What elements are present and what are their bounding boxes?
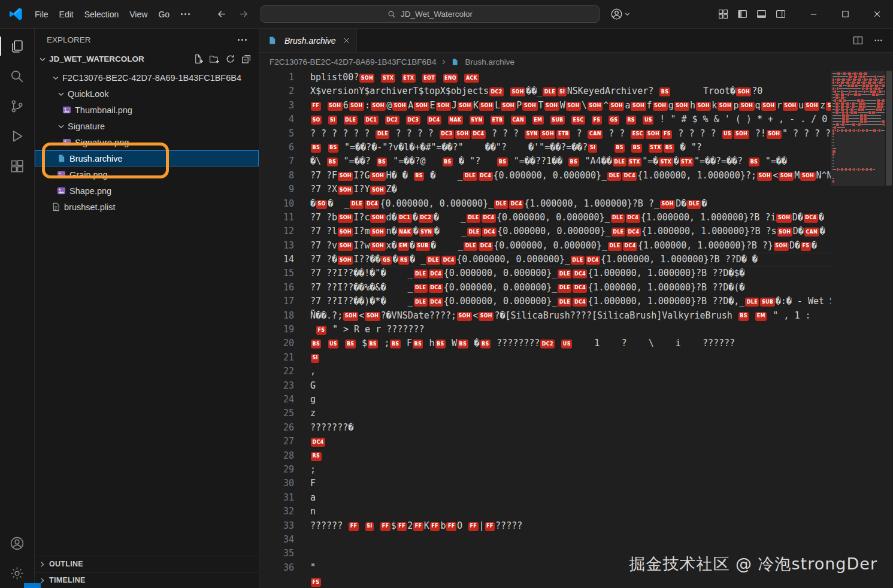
profile-icon[interactable] [610,8,631,20]
tree-item-signature[interactable]: Signature [35,118,259,134]
refresh-icon[interactable] [225,54,235,64]
search-icon[interactable] [0,61,34,91]
menu-overflow-icon[interactable] [175,13,196,15]
activity-bar-spacer [0,181,34,528]
title-bar-right [715,0,893,28]
control-char-rs: RS [398,256,409,265]
code-text: p [733,100,738,111]
sidebar-right-icon[interactable] [773,7,788,22]
vertical-scrollbar[interactable] [885,71,893,588]
code-text [322,142,327,153]
line-number: 1 [259,71,294,84]
scrollbar-thumb[interactable] [886,71,892,186]
code-text [464,114,469,125]
control-char-dle: DLE [571,256,585,265]
code-text: I?w [353,240,370,251]
command-center-text: JD_Wet_Watercolor [401,10,473,19]
control-char-soh: SOH [338,228,353,237]
code-text: " ? ? ? ? [782,128,831,139]
tree-item-quicklook[interactable]: QuickLook [35,86,259,102]
layout-grid-icon[interactable] [715,7,731,22]
code-text: {1.000000, 1.000000}?B ?i [641,212,776,223]
run-debug-icon[interactable] [0,121,34,151]
close-tab-icon[interactable] [343,37,350,44]
account-icon[interactable] [0,528,34,558]
new-folder-icon[interactable] [209,54,219,64]
collapse-all-icon[interactable] [241,54,252,64]
tree-item-shape-png[interactable]: Shape.png [35,183,259,199]
line-number: 33 [259,519,294,533]
line-number: 26 [259,421,294,435]
menu-go[interactable]: Go [153,7,175,22]
code-text: � [820,226,825,237]
code-text: I??�� [353,254,380,265]
tab-brush-archive[interactable]: Brush.archive [259,29,357,52]
code-line-9: ?7 ?XSOHI?YSOHZ� [310,183,831,196]
control-char-can: CAN [511,116,526,125]
code-line-3: FF SOH6SOH:SOH@SOHASOHESOHJSOHKSOHLSOHPS… [310,99,831,113]
panel-bottom-icon[interactable] [753,7,769,22]
code-content[interactable]: bplist00?SOH STX ETX EOT ENQ ACKX$versio… [310,71,831,588]
code-text: f [647,100,652,111]
code-line-5: ? ? ? ? ? ? DLE ? ? ? ? DC3SOHDC4 ? ? ? … [310,127,831,141]
line-number: 29 [259,463,294,477]
tree-item-label: brushset.plist [64,202,115,212]
chevron-right-icon [440,58,447,66]
tree-item-brush-archive[interactable]: Brush.archive [35,150,259,166]
explorer-more-actions-icon[interactable] [232,39,253,41]
control-char-soh: SOH [359,74,374,83]
tree-item-grain-png[interactable]: Grain.png [35,166,259,183]
menu-selection[interactable]: Selection [79,7,125,22]
code-text [643,142,648,153]
command-center-search[interactable]: JD_Wet_Watercolor [261,5,600,23]
tree-item-thumbnail-png[interactable]: Thumbnail.png [35,102,259,118]
sidebar-left-icon[interactable] [734,7,750,22]
code-text: < [773,170,778,181]
code-line-29: ; [310,463,831,477]
workspace-section-header[interactable]: JD_WET_WATERCOLOR [35,51,259,67]
line-number: 22 [259,365,294,378]
control-char-bs: BS [345,340,355,348]
image-file-icon [57,170,69,179]
maximize-button[interactable] [830,0,861,28]
control-char-sub: SUB [760,298,774,307]
close-button[interactable] [861,0,893,28]
menu-edit[interactable]: Edit [54,7,79,22]
editor-group: Brush.archive F2C13076-BE2C-42D7-8A69-1B… [259,29,893,588]
panel-outline[interactable]: OUTLINE [35,556,259,572]
minimize-button[interactable] [798,0,830,28]
archive-file-icon [451,58,461,66]
code-line-31: a [310,491,831,505]
panel-timeline[interactable]: TIMELINE [35,572,259,588]
minimap-slider[interactable] [831,71,885,186]
tree-item-signature-png[interactable]: Signature.png [35,134,259,150]
code-text: {0.000000, 0.000000}_ [444,268,558,278]
sidebar-header: EXPLORER [35,29,259,51]
control-char-soh: SOH [338,256,353,265]
control-char-dc4: DC4 [573,269,587,278]
tree-item-f2c13076-be2c-42d7-8a69-1b43fc1bf6b4[interactable]: F2C13076-BE2C-42D7-8A69-1B43FC1BF6B4 [35,69,259,86]
more-actions-icon[interactable] [870,33,886,49]
menu-view[interactable]: View [124,7,153,22]
control-char-soh: SOH [479,312,494,321]
control-char-dle: DLE [344,116,358,125]
line-number: 31 [259,491,294,505]
files-icon[interactable] [0,31,34,61]
go-forward-icon[interactable] [235,7,251,22]
breadcrumb-item[interactable]: F2C13076-BE2C-42D7-8A69-1B43FC1BF6B4 [270,57,436,66]
tree-item-label: Brush.archive [69,154,123,163]
minimap[interactable] [831,71,885,588]
line-number: 25 [259,407,294,420]
source-control-icon[interactable] [0,91,34,121]
breadcrumb-item[interactable]: Brush.archive [465,57,514,66]
control-char-ff: FF [311,102,321,111]
extensions-icon[interactable] [0,151,34,181]
go-back-icon[interactable] [214,7,229,22]
code-text: {1.000000, 1.000000}?B ??D�,_ [588,296,744,307]
split-editor-icon[interactable] [850,33,865,49]
code-text: ? ? ? ? [673,128,721,139]
menu-file[interactable]: File [29,7,54,22]
control-char-dle: DLE [611,214,625,223]
tree-item-brushset-plist[interactable]: brushset.plist [35,199,259,215]
new-file-icon[interactable] [193,54,203,64]
